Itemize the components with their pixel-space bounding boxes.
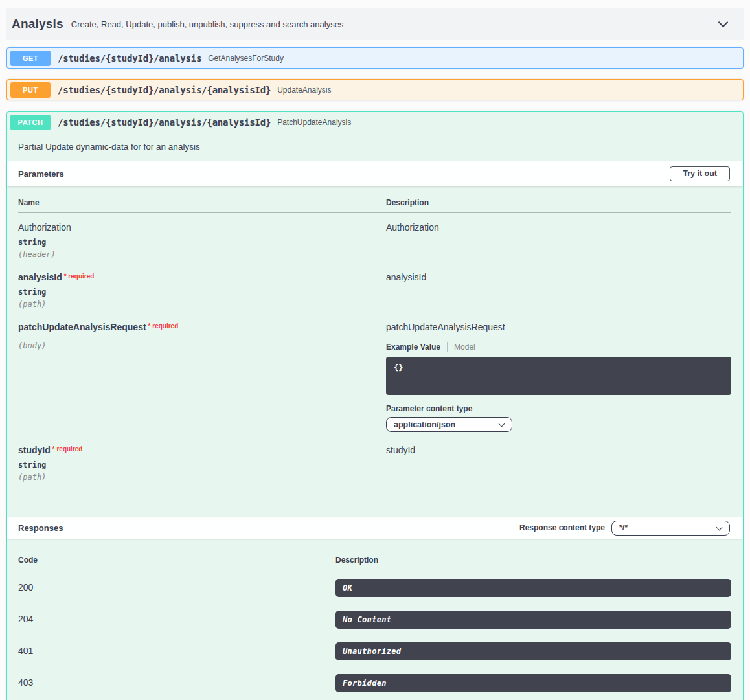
opblock-put: PUT /studies/{studyId}/analysis/{analysi… <box>6 79 744 100</box>
opblock-get: GET /studies/{studyId}/analysis GetAnaly… <box>6 47 744 69</box>
selected-content-type: application/json <box>394 420 455 429</box>
param-name: Authorization <box>18 222 386 232</box>
endpoint-path: /studies/{studyId}/analysis <box>58 53 201 63</box>
chevron-down-icon <box>499 421 505 427</box>
param-name: analysisId* required <box>18 272 386 282</box>
table-row-response-403: 403 Forbidden <box>18 666 731 697</box>
tag-title: Analysis <box>12 17 63 31</box>
required-marker: * required <box>52 446 83 453</box>
col-header-description: Description <box>386 198 731 207</box>
response-content-type-label: Response content type <box>519 523 605 532</box>
response-description: OK <box>335 579 731 597</box>
table-row-response-204: 204 No Content <box>18 602 731 634</box>
table-row-patchupdateanalysisrequest: patchUpdateAnalysisRequest* required (bo… <box>18 313 731 436</box>
opblock-summary-patch[interactable]: PATCH /studies/{studyId}/analysis/{analy… <box>7 112 743 132</box>
param-name-cell: studyId* required string (path) <box>18 445 386 482</box>
tag-description: Create, Read, Update, publish, unpublish… <box>71 19 344 29</box>
param-type: string <box>18 238 386 247</box>
response-content-type-select[interactable]: */* <box>611 521 730 536</box>
table-row-response-401: 401 Unauthorized <box>18 634 731 666</box>
responses-section-header: Responses Response content type */* <box>7 517 743 539</box>
response-code: 204 <box>18 611 335 629</box>
opblock-summary-get[interactable]: GET /studies/{studyId}/analysis GetAnaly… <box>7 48 743 68</box>
response-description: Unauthorized <box>335 642 731 660</box>
tab-example-value[interactable]: Example Value <box>386 343 440 352</box>
param-description: Authorization <box>386 222 731 259</box>
responses-table: Code Description 200 OK 204 No Content 4… <box>7 539 743 700</box>
param-name: patchUpdateAnalysisRequest* required <box>18 322 386 332</box>
operation-id: UpdateAnalysis <box>277 85 331 95</box>
method-badge-get: GET <box>10 51 51 66</box>
tag-section-analysis[interactable]: Analysis Create, Read, Update, publish, … <box>6 8 744 40</box>
param-name-cell: analysisId* required string (path) <box>18 272 386 309</box>
param-type: string <box>18 460 386 469</box>
selected-response-content-type: */* <box>619 523 628 532</box>
param-description: analysisId <box>386 272 731 309</box>
param-description: studyId <box>386 445 731 482</box>
parameter-content-type-select[interactable]: application/json <box>386 417 512 432</box>
col-header-description: Description <box>335 556 731 565</box>
param-name-cell: patchUpdateAnalysisRequest* required (bo… <box>18 322 386 432</box>
model-example-tabs: Example Value Model <box>386 342 731 352</box>
param-location: (path) <box>18 473 386 482</box>
operation-id: PatchUpdateAnalysis <box>277 118 351 127</box>
chevron-down-icon[interactable] <box>718 17 729 27</box>
operation-description: Partial Update dynamic-data for for an a… <box>7 132 743 161</box>
response-description: Forbidden <box>335 674 731 692</box>
required-marker: * required <box>64 273 95 280</box>
example-value-codeblock: {} <box>386 357 731 395</box>
param-location: (path) <box>18 300 386 309</box>
response-code: 401 <box>18 642 335 660</box>
col-header-code: Code <box>18 556 335 565</box>
param-type: string <box>18 288 386 297</box>
opblock-patch: PATCH /studies/{studyId}/analysis/{analy… <box>6 111 744 700</box>
swagger-page: Analysis Create, Read, Update, publish, … <box>0 0 750 700</box>
method-badge-put: PUT <box>10 82 51 98</box>
table-row-authorization: Authorization string (header) Authorizat… <box>18 213 731 263</box>
chevron-down-icon <box>716 524 723 530</box>
response-description: No Content <box>335 611 731 629</box>
param-body-cell: patchUpdateAnalysisRequest Example Value… <box>386 322 731 432</box>
opblock-summary-put[interactable]: PUT /studies/{studyId}/analysis/{analysi… <box>7 80 743 100</box>
parameters-table: Name Description Authorization string (h… <box>7 186 743 517</box>
param-location: (header) <box>18 250 386 259</box>
endpoint-path: /studies/{studyId}/analysis/{analysisId} <box>58 85 271 95</box>
parameters-section-header: Parameters Try it out <box>7 161 743 186</box>
param-name-cell: Authorization string (header) <box>18 222 386 259</box>
responses-table-head: Code Description <box>18 556 731 570</box>
param-description: patchUpdateAnalysisRequest <box>386 322 731 332</box>
tab-model[interactable]: Model <box>454 343 475 352</box>
operation-id: GetAnalysesForStudy <box>208 54 284 63</box>
param-location: (body) <box>18 341 386 350</box>
table-row-studyid: studyId* required string (path) studyId <box>18 436 731 486</box>
tab-divider <box>447 342 448 352</box>
required-marker: * required <box>148 322 179 330</box>
param-name: studyId* required <box>18 445 386 455</box>
responses-title: Responses <box>18 523 63 533</box>
response-code: 403 <box>18 674 335 692</box>
endpoint-path: /studies/{studyId}/analysis/{analysisId} <box>58 117 271 128</box>
table-row-response-200: 200 OK <box>18 570 731 602</box>
table-row-analysisid: analysisId* required string (path) analy… <box>18 263 731 313</box>
parameters-title: Parameters <box>18 169 64 179</box>
method-badge-patch: PATCH <box>10 115 51 130</box>
col-header-name: Name <box>18 198 386 207</box>
response-code: 200 <box>18 579 335 597</box>
try-it-out-button[interactable]: Try it out <box>670 166 730 181</box>
response-content-type-control: Response content type */* <box>519 521 730 536</box>
parameters-table-head: Name Description <box>18 198 731 213</box>
parameter-content-type-label: Parameter content type <box>386 404 731 413</box>
